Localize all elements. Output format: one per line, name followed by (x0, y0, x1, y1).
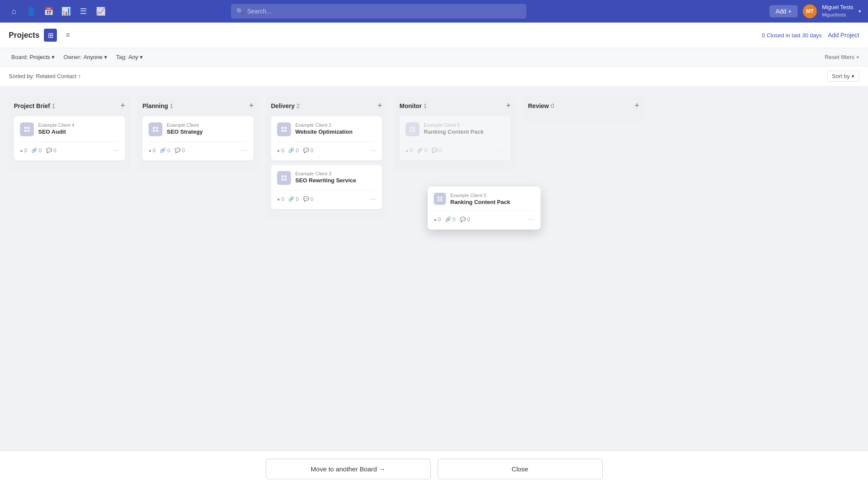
comment-icon: 💬 (46, 148, 52, 153)
tag-filter-value: Any (129, 54, 138, 60)
column-add-button-project-brief[interactable]: + (120, 101, 125, 110)
comment-icon: 💬 (432, 148, 438, 153)
column-title-review: Review 0 (528, 102, 554, 109)
page-title: Projects (9, 31, 40, 40)
card-menu-button[interactable]: ⋯ (498, 146, 505, 155)
card-footer: ● 0 🔗 0 💬 0 ⋯ (20, 141, 119, 155)
link-icon: 🔗 (160, 148, 166, 153)
user-menu-chevron[interactable]: ▾ (858, 8, 861, 14)
home-icon[interactable]: ⌂ (7, 4, 21, 18)
project-card[interactable]: Example Client 5 Ranking Content Pack ● … (399, 116, 511, 161)
svg-rect-4 (153, 127, 155, 129)
column-add-button-planning[interactable]: + (249, 101, 254, 110)
dot-icon: ● (149, 148, 152, 153)
card-menu-button[interactable]: ⋯ (369, 195, 376, 203)
dot-icon: ● (20, 148, 23, 153)
svg-rect-0 (24, 127, 26, 129)
add-button[interactable]: Add + (769, 5, 798, 17)
owner-filter-label: Owner: (63, 54, 82, 60)
move-to-board-button[interactable]: Move to another Board → (266, 459, 431, 479)
comment-icon: 💬 (175, 148, 181, 153)
project-card[interactable]: Example Client 2 Website Optimization ● … (271, 116, 382, 161)
link-icon: 🔗 (288, 148, 294, 153)
trend-icon[interactable]: 📈 (94, 4, 108, 18)
avatar: MT (803, 4, 817, 18)
board-filter-value: Projects (30, 54, 50, 60)
card-client: Example Client (167, 122, 248, 128)
card-footer: ● 0 🔗 0 💬 0 ⋯ (277, 141, 376, 155)
card-client: Example Client 4 (38, 122, 119, 128)
column-header-review: Review 0 + (528, 101, 639, 110)
stat-link: 🔗 0 (31, 148, 42, 154)
card-title: Website Optimization (295, 128, 376, 135)
svg-rect-6 (153, 130, 155, 132)
card-footer: ● 0 🔗 0 💬 0 ⋯ (406, 141, 505, 155)
card-menu-button[interactable]: ⋯ (112, 146, 119, 155)
column-title-planning: Planning 1 (142, 102, 173, 109)
stat-dot: ● 0 (277, 148, 284, 154)
card-title: SEO Audit (38, 128, 119, 135)
column-header-planning: Planning 1 + (142, 101, 254, 110)
board-filter-label: Board: (11, 54, 28, 60)
kanban-column-planning: Planning 1 + Example Client SEO Strategy (137, 95, 259, 171)
svg-rect-11 (284, 130, 287, 132)
close-button[interactable]: Close (438, 459, 603, 479)
user-icon[interactable]: 👤 (24, 4, 38, 18)
tag-filter[interactable]: Tag: Any ▾ (113, 53, 145, 62)
svg-rect-10 (281, 130, 284, 132)
card-avatar (20, 122, 34, 136)
owner-filter[interactable]: Owner: Anyone ▾ (61, 53, 110, 62)
link-icon: 🔗 (31, 148, 37, 153)
calendar-icon[interactable]: 📅 (42, 4, 56, 18)
user-sub: Migueltests (822, 12, 846, 17)
tag-filter-chevron: ▾ (140, 54, 143, 60)
page-header: Projects ⊞ ≡ 0 Closed in last 30 days Ad… (0, 23, 868, 48)
card-avatar (277, 122, 291, 136)
reset-filters-button[interactable]: Reset filters × (825, 54, 859, 60)
stat-comment: 💬 0 (303, 196, 314, 202)
user-info: Miguel Tests Migueltests (822, 4, 853, 19)
dot-icon: ● (277, 197, 280, 202)
svg-rect-1 (27, 127, 30, 129)
sort-chevron-icon: ▾ (851, 73, 855, 79)
column-header-delivery: Delivery 2 + (271, 101, 382, 110)
card-info: Example Client 3 SEO Rewriting Service (295, 171, 376, 184)
search-icon: 🔍 (236, 8, 244, 15)
svg-rect-14 (281, 178, 284, 181)
kanban-column-delivery: Delivery 2 + Example Client 2 Website Op… (266, 95, 387, 220)
list-view-button[interactable]: ≡ (61, 29, 74, 42)
svg-rect-8 (281, 127, 284, 129)
page-header-left: Projects ⊞ ≡ (9, 29, 74, 42)
board-filter-chevron: ▾ (52, 54, 55, 60)
column-add-button-delivery[interactable]: + (377, 101, 382, 110)
stat-dot: ● 0 (406, 148, 413, 154)
kanban-column-monitor: Monitor 1 + Example Client 5 Ranking Con… (394, 95, 516, 171)
chart-icon[interactable]: 📊 (59, 4, 73, 18)
column-header-project-brief: Project Brief 1 + (14, 101, 125, 110)
column-add-button-review[interactable]: + (634, 101, 639, 110)
column-add-button-monitor[interactable]: + (506, 101, 511, 110)
owner-filter-chevron: ▾ (104, 54, 107, 60)
board-view-button[interactable]: ⊞ (44, 29, 57, 42)
stat-link: 🔗 0 (417, 148, 427, 154)
svg-rect-7 (156, 130, 158, 132)
add-project-button[interactable]: Add Project (828, 32, 859, 39)
project-card[interactable]: Example Client SEO Strategy ● 0 🔗 0 💬 0 … (142, 116, 254, 161)
project-card[interactable]: Example Client 4 SEO Audit ● 0 🔗 0 💬 0 ⋯ (14, 116, 125, 161)
card-footer: ● 0 🔗 0 💬 0 ⋯ (149, 141, 248, 155)
card-avatar (149, 122, 162, 136)
column-header-monitor: Monitor 1 + (399, 101, 511, 110)
svg-rect-18 (410, 130, 412, 132)
kanban-column-review: Review 0 + (523, 95, 644, 122)
owner-filter-value: Anyone (83, 54, 102, 60)
svg-rect-19 (413, 130, 415, 132)
card-menu-button[interactable]: ⋯ (241, 146, 248, 155)
search-bar[interactable]: 🔍 Search... (231, 4, 526, 19)
sort-button[interactable]: Sort by ▾ (827, 71, 859, 82)
project-card[interactable]: Example Client 3 SEO Rewriting Service ●… (271, 165, 382, 209)
board-filter[interactable]: Board: Projects ▾ (9, 53, 57, 62)
menu-icon[interactable]: ☰ (76, 4, 90, 18)
card-menu-button[interactable]: ⋯ (369, 146, 376, 155)
svg-rect-13 (284, 175, 287, 178)
comment-icon: 💬 (303, 148, 309, 153)
